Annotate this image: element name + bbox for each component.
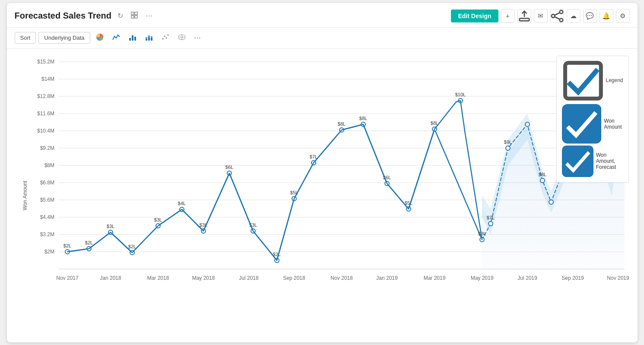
svg-text:$8M: $8M [44, 162, 54, 168]
svg-text:$7L: $7L [486, 215, 494, 220]
svg-text:$12.8M: $12.8M [37, 93, 54, 99]
svg-point-22 [165, 37, 167, 39]
svg-text:Jan 2018: Jan 2018 [100, 275, 121, 281]
svg-text:Sep 2018: Sep 2018 [283, 275, 305, 281]
svg-text:$15.2M: $15.2M [37, 59, 54, 65]
forecast-datapoint[interactable] [549, 200, 553, 204]
svg-text:Nov 2018: Nov 2018 [330, 275, 353, 281]
svg-text:Mar 2018: Mar 2018 [147, 275, 169, 281]
forecast-datapoint[interactable] [506, 146, 510, 150]
svg-line-8 [555, 13, 559, 15]
toolbar: Sort Underlying Data ⋯ [7, 28, 638, 49]
scatter-chart-icon[interactable] [159, 31, 172, 45]
forecast-datapoint[interactable] [525, 122, 530, 127]
svg-point-7 [559, 18, 563, 22]
svg-rect-4 [519, 18, 529, 21]
chart-container: Won Amount Legend Won Amount Won Amount,… [7, 49, 638, 342]
page-title: Forecasted Sales Trend [15, 11, 112, 21]
bar-chart-icon[interactable] [126, 31, 140, 45]
forecast-datapoint[interactable] [540, 178, 545, 183]
legend-item-won-amount-forecast: Won Amount, Forecast [562, 146, 623, 177]
svg-point-23 [167, 34, 169, 36]
svg-text:$4L: $4L [178, 201, 185, 206]
svg-line-9 [555, 16, 559, 19]
svg-text:$2L: $2L [63, 243, 71, 248]
email-button[interactable]: ✉ [534, 9, 548, 23]
more-options-button[interactable]: ⋯ [144, 11, 154, 21]
svg-text:$2M: $2M [44, 249, 54, 255]
svg-rect-27 [562, 104, 602, 144]
y-axis-label: Won Amount [22, 180, 28, 210]
alert-button[interactable]: 🔔 [600, 9, 613, 23]
forecast-datapoint[interactable] [489, 222, 493, 226]
svg-text:$9L: $9L [504, 139, 511, 145]
svg-text:$10L: $10L [455, 92, 465, 97]
svg-rect-18 [151, 38, 152, 41]
svg-rect-12 [132, 35, 133, 41]
svg-text:$8L: $8L [538, 172, 546, 177]
svg-rect-2 [131, 16, 134, 18]
line-chart-icon[interactable] [109, 31, 123, 45]
stacked-bar-chart-icon[interactable] [142, 31, 156, 45]
won-amount-line-corrected [67, 101, 482, 260]
legend-label-won-amount-forecast: Won Amount, Forecast [596, 152, 623, 170]
svg-text:$8L: $8L [337, 121, 345, 127]
svg-text:May 2018: May 2018 [192, 275, 215, 281]
svg-text:Mar 2019: Mar 2019 [423, 275, 445, 281]
svg-rect-11 [129, 38, 131, 41]
svg-text:$11.6M: $11.6M [37, 111, 54, 117]
legend-item-won-amount: Won Amount [562, 104, 623, 144]
svg-point-21 [164, 35, 165, 37]
svg-text:$2L: $2L [128, 244, 136, 249]
svg-text:$6.8M: $6.8M [40, 180, 54, 186]
svg-text:$3.2M: $3.2M [40, 231, 54, 237]
sort-button[interactable]: Sort [15, 32, 36, 44]
legend-title: Legend [562, 60, 623, 102]
svg-text:Nov 2017: Nov 2017 [56, 275, 79, 281]
won-amount-line [67, 124, 482, 260]
svg-text:$3L: $3L [106, 224, 114, 229]
svg-text:Jul 2018: Jul 2018 [239, 275, 259, 281]
grid-view-button[interactable] [129, 11, 140, 21]
underlying-data-button[interactable]: Underlying Data [38, 32, 90, 44]
svg-point-6 [551, 14, 555, 18]
cloud-button[interactable]: ☁ [567, 9, 581, 23]
svg-text:$14M: $14M [41, 76, 54, 82]
svg-rect-19 [151, 36, 152, 38]
header: Forecasted Sales Trend ↻ ⋯ Edit Design +… [7, 3, 638, 28]
svg-text:$3L: $3L [154, 217, 162, 222]
settings-button[interactable]: ⚙ [616, 9, 630, 23]
pie-chart-icon[interactable] [93, 31, 107, 45]
svg-text:$6L: $6L [225, 165, 233, 170]
upload-button[interactable] [517, 9, 531, 23]
svg-rect-17 [148, 35, 150, 37]
svg-rect-16 [148, 37, 150, 41]
map-chart-icon[interactable] [175, 31, 189, 45]
svg-text:$10.4M: $10.4M [37, 128, 54, 134]
svg-text:$2L: $2L [85, 240, 92, 245]
svg-rect-14 [146, 39, 147, 41]
svg-rect-28 [562, 146, 593, 177]
legend: Legend Won Amount Won Amount, Forecast [556, 56, 629, 183]
svg-text:Jan 2019: Jan 2019 [376, 275, 398, 281]
svg-text:May 2019: May 2019 [470, 275, 493, 281]
svg-text:$9.2M: $9.2M [40, 145, 54, 151]
svg-rect-1 [135, 12, 137, 15]
svg-rect-3 [135, 16, 137, 18]
svg-rect-0 [131, 12, 134, 15]
more-chart-options[interactable]: ⋯ [191, 32, 203, 44]
header-left: Forecasted Sales Trend ↻ ⋯ [15, 11, 155, 21]
svg-text:$4.4M: $4.4M [40, 214, 54, 220]
svg-point-20 [162, 38, 164, 40]
svg-rect-13 [134, 37, 136, 41]
svg-text:Nov 2019: Nov 2019 [607, 275, 629, 281]
chart-svg: $15.2M $14M $12.8M $11.6M $10.4M $9.2M $… [33, 53, 629, 321]
header-right: Edit Design + ✉ ☁ 💬 🔔 ⚙ [451, 9, 629, 23]
comment-button[interactable]: 💬 [583, 9, 597, 23]
dashboard-card: Forecasted Sales Trend ↻ ⋯ Edit Design +… [7, 3, 638, 342]
add-button[interactable]: + [501, 9, 515, 23]
refresh-button[interactable]: ↻ [116, 11, 125, 21]
edit-design-button[interactable]: Edit Design [451, 9, 498, 22]
legend-heading: Legend [606, 77, 623, 83]
share-button[interactable] [550, 9, 564, 23]
